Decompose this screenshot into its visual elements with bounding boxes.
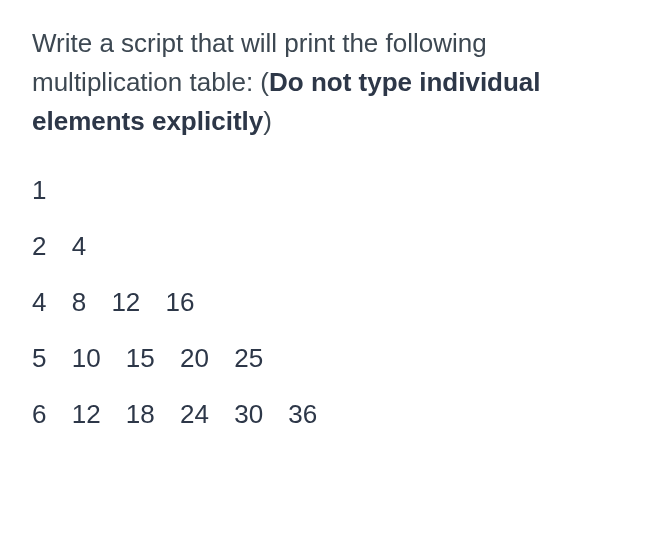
table-cell: 4 bbox=[72, 233, 86, 259]
table-row: 5 10 15 20 25 bbox=[32, 345, 640, 371]
table-cell: 6 bbox=[32, 401, 46, 427]
table-cell: 15 bbox=[126, 345, 155, 371]
multiplication-table: 1 2 4 4 8 12 16 5 10 15 20 25 6 12 18 24… bbox=[32, 177, 640, 427]
table-cell: 25 bbox=[234, 345, 263, 371]
table-cell: 18 bbox=[126, 401, 155, 427]
table-row: 2 4 bbox=[32, 233, 640, 259]
table-row: 6 12 18 24 30 36 bbox=[32, 401, 640, 427]
table-cell: 10 bbox=[72, 345, 101, 371]
table-cell: 5 bbox=[32, 345, 46, 371]
table-cell: 12 bbox=[111, 289, 140, 315]
table-cell: 1 bbox=[32, 177, 46, 203]
prompt-text-after: ) bbox=[263, 106, 272, 136]
table-cell: 2 bbox=[32, 233, 46, 259]
table-cell: 24 bbox=[180, 401, 209, 427]
table-cell: 36 bbox=[288, 401, 317, 427]
table-cell: 4 bbox=[32, 289, 46, 315]
table-cell: 30 bbox=[234, 401, 263, 427]
table-cell: 12 bbox=[72, 401, 101, 427]
table-cell: 16 bbox=[166, 289, 195, 315]
table-cell: 20 bbox=[180, 345, 209, 371]
table-row: 1 bbox=[32, 177, 640, 203]
question-prompt: Write a script that will print the follo… bbox=[32, 24, 640, 141]
table-row: 4 8 12 16 bbox=[32, 289, 640, 315]
table-cell: 8 bbox=[72, 289, 86, 315]
